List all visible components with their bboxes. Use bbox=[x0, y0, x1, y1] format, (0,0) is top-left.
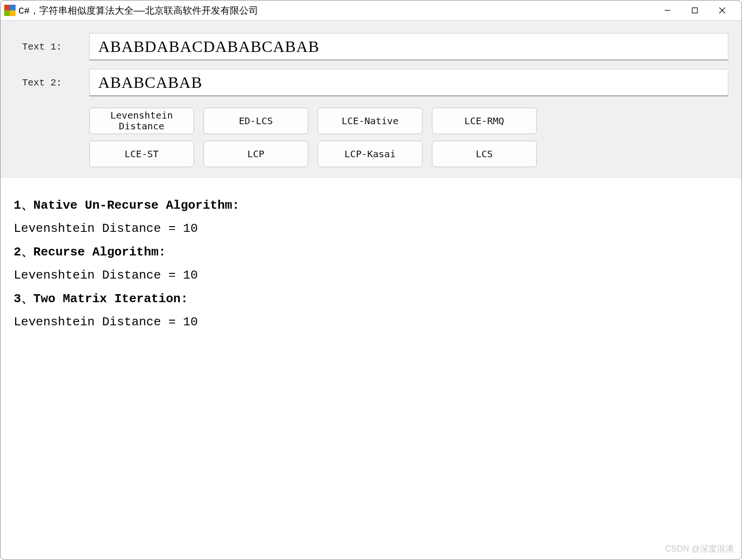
svg-rect-3 bbox=[10, 10, 16, 16]
maximize-button[interactable] bbox=[681, 1, 708, 20]
titlebar: C#，字符串相似度算法大全——北京联高软件开发有限公司 bbox=[0, 0, 742, 21]
watermark: CSDN @深度混淆 bbox=[665, 541, 734, 557]
app-window: C#，字符串相似度算法大全——北京联高软件开发有限公司 Text 1: ABAB… bbox=[0, 0, 742, 560]
svg-rect-2 bbox=[4, 10, 10, 16]
close-button[interactable] bbox=[708, 1, 736, 20]
text1-input[interactable]: ABABDABACDABABCABAB bbox=[89, 33, 728, 60]
app-icon bbox=[4, 5, 16, 16]
minimize-button[interactable] bbox=[654, 1, 681, 20]
svg-rect-0 bbox=[4, 5, 10, 10]
button-row-2: LCE-ST LCP LCP-Kasai LCS bbox=[89, 141, 728, 167]
output-result-3: Levenshtein Distance = 10 bbox=[14, 311, 728, 334]
window-title: C#，字符串相似度算法大全——北京联高软件开发有限公司 bbox=[18, 4, 258, 17]
ed-lcs-button[interactable]: ED-LCS bbox=[203, 108, 308, 134]
close-icon bbox=[719, 7, 725, 14]
lce-rmq-button[interactable]: LCE-RMQ bbox=[432, 108, 537, 134]
levenshtein-distance-button[interactable]: Levenshtein Distance bbox=[89, 108, 194, 134]
output-heading-1: 1、Native Un-Recurse Algorithm: bbox=[14, 194, 728, 217]
lcp-kasai-button[interactable]: LCP-Kasai bbox=[318, 141, 422, 167]
output-heading-3: 3、Two Matrix Iteration: bbox=[14, 288, 728, 311]
window-controls bbox=[654, 1, 736, 20]
output-heading-2: 2、Recurse Algorithm: bbox=[14, 241, 728, 264]
svg-rect-5 bbox=[692, 8, 698, 13]
lcp-button[interactable]: LCP bbox=[203, 141, 308, 167]
output-area: 1、Native Un-Recurse Algorithm: Levenshte… bbox=[0, 178, 742, 560]
input-panel: Text 1: ABABDABACDABABCABAB Text 2: ABAB… bbox=[0, 21, 742, 178]
lcs-button[interactable]: LCS bbox=[432, 141, 537, 167]
maximize-icon bbox=[691, 7, 698, 14]
output-result-1: Levenshtein Distance = 10 bbox=[14, 217, 728, 240]
minimize-icon bbox=[664, 7, 671, 14]
lce-native-button[interactable]: LCE-Native bbox=[318, 108, 422, 134]
output-result-2: Levenshtein Distance = 10 bbox=[14, 264, 728, 287]
algorithm-buttons: Levenshtein Distance ED-LCS LCE-Native L… bbox=[89, 108, 728, 167]
text1-label: Text 1: bbox=[14, 42, 84, 52]
text2-label: Text 2: bbox=[14, 77, 84, 88]
svg-rect-1 bbox=[10, 5, 16, 10]
text2-input[interactable]: ABABCABAB bbox=[89, 69, 728, 96]
button-row-1: Levenshtein Distance ED-LCS LCE-Native L… bbox=[89, 108, 728, 134]
lce-st-button[interactable]: LCE-ST bbox=[89, 141, 194, 167]
